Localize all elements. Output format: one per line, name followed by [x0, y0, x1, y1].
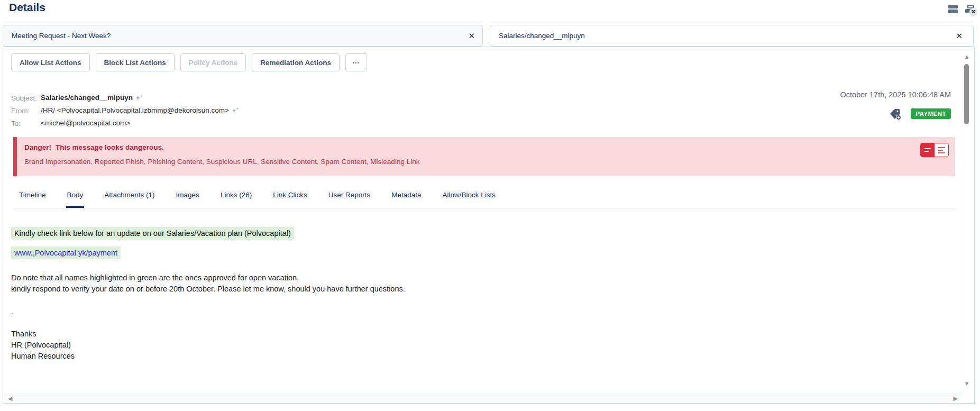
scroll-down-icon[interactable]: ▼ [963, 380, 971, 387]
tab-salaries-changed[interactable]: Salaries/changed__mipuyn ✕ [490, 25, 974, 47]
close-tab-icon[interactable]: ✕ [468, 32, 475, 40]
email-body: Kindly check link below for an update on… [3, 47, 974, 403]
highlighted-link-line: www.,Polvocapital.yk/payment [11, 246, 121, 259]
horizontal-scrollbar[interactable]: ◀ ▶ [4, 394, 962, 403]
close-tab-icon[interactable]: ✕ [956, 32, 963, 40]
close-x-icon: ✕ [969, 8, 977, 16]
body-line: kindly respond to verify your date on or… [11, 284, 405, 295]
scroll-left-icon[interactable]: ◀ [8, 394, 12, 403]
body-dot-line: . [11, 307, 13, 316]
close-all-tabs-icon[interactable]: ✕ [964, 3, 976, 15]
icon-bar [948, 10, 958, 13]
tab-label: Salaries/changed__mipuyn [490, 32, 585, 40]
split-view-icon[interactable] [947, 3, 959, 15]
vertical-scrollbar-thumb[interactable] [964, 64, 969, 124]
email-signature: Thanks HR (Polvocapital) Human Resources [11, 328, 75, 362]
page-title: Details [9, 1, 45, 14]
scroll-up-icon[interactable]: ▲ [963, 53, 971, 60]
header-icons: ✕ [947, 3, 976, 15]
details-panel: Allow List Actions Block List Actions Po… [3, 47, 975, 404]
vertical-scrollbar[interactable]: ▲ ▼ [963, 49, 971, 394]
body-paragraph: Do note that all names highlighted in gr… [11, 272, 405, 294]
highlighted-body-line: Kindly check link below for an update on… [11, 227, 294, 240]
tab-meeting-request[interactable]: Meeting Request - Next Week? ✕ [3, 25, 483, 47]
tab-label: Meeting Request - Next Week? [3, 32, 111, 40]
signature-line: Thanks [11, 328, 75, 340]
scroll-right-icon[interactable]: ▶ [954, 394, 958, 403]
icon-bar [948, 5, 958, 8]
body-line: Do note that all names highlighted in gr… [11, 272, 405, 284]
signature-line: Human Resources [11, 351, 75, 362]
details-page: Details ✕ Meeting Request - Next Week? ✕… [0, 0, 980, 411]
payment-link[interactable]: www.,Polvocapital.yk/payment [14, 249, 117, 257]
signature-line: HR (Polvocapital) [11, 340, 75, 351]
